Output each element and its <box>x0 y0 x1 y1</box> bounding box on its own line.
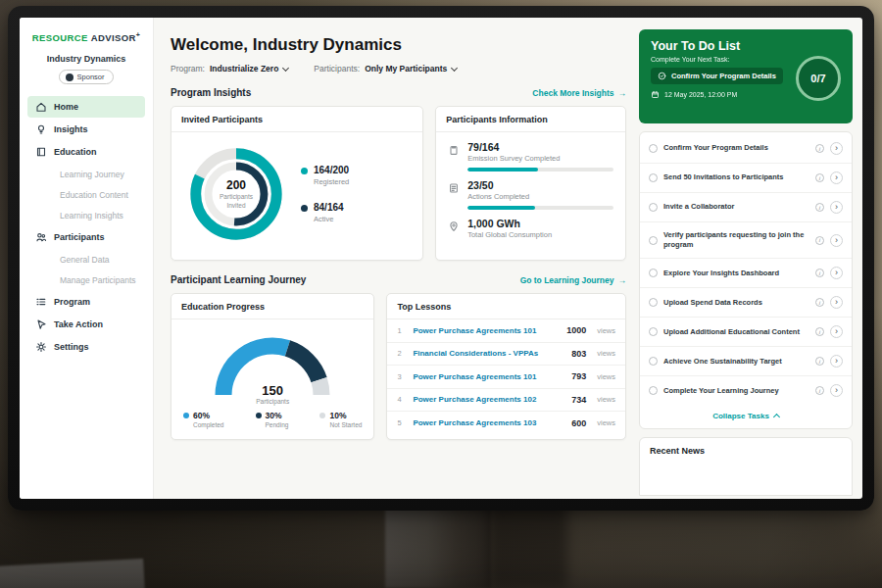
sidebar-item-home[interactable]: Home <box>27 96 145 118</box>
task-checkbox[interactable] <box>649 144 658 153</box>
bulb-icon <box>35 123 47 135</box>
sidebar: RESOURCE ADVISOR+ Industry Dynamics Spon… <box>20 18 154 499</box>
task-checkbox[interactable] <box>649 357 658 366</box>
open-task-button[interactable]: › <box>830 172 843 184</box>
info-icon[interactable]: i <box>815 269 824 277</box>
lesson-link[interactable]: Power Purchase Agreements 101 <box>413 326 559 335</box>
legend-registered: 164/200 Registered <box>301 165 349 186</box>
chevron-down-icon <box>451 64 458 71</box>
task-checkbox[interactable] <box>649 236 658 245</box>
next-task-pill[interactable]: Confirm Your Program Details <box>651 68 783 84</box>
info-icon[interactable]: i <box>815 203 824 212</box>
open-task-button[interactable]: › <box>830 384 843 397</box>
section-title: Participant Learning Journey <box>171 274 306 285</box>
filters-row: Program: Industrialize Zero Participants… <box>171 64 626 74</box>
task-checkbox[interactable] <box>649 386 658 395</box>
sidebar-item-participants[interactable]: Participants <box>27 226 145 248</box>
sidebar-item-general-data[interactable]: General Data <box>27 249 145 270</box>
insights-cards-row: Invited Participants 200 Participants In… <box>171 106 626 261</box>
info-icon[interactable]: i <box>815 236 824 245</box>
sidebar-item-manage-participants[interactable]: Manage Participants <box>27 270 145 290</box>
info-icon[interactable]: i <box>815 357 824 366</box>
sidebar-item-learning-insights[interactable]: Learning Insights <box>27 205 145 225</box>
invited-participants-card: Invited Participants 200 Participants In… <box>171 106 423 261</box>
sidebar-item-program[interactable]: Program <box>27 291 145 313</box>
learning-journey-header: Participant Learning Journey Go to Learn… <box>171 274 626 285</box>
arrow-right-icon: → <box>618 275 627 285</box>
invited-donut-chart: 200 Participants Invited <box>183 141 289 247</box>
lesson-row: 4 Power Purchase Agreements 102 734 view… <box>387 389 625 413</box>
education-progress-card: Education Progress 150 Participants 60% … <box>171 293 374 440</box>
chevron-down-icon <box>282 64 289 71</box>
program-insights-header: Program Insights Check More Insights → <box>171 87 626 98</box>
task-checkbox[interactable] <box>649 269 658 277</box>
chevron-up-icon <box>773 414 780 420</box>
lesson-row: 5 Power Purchase Agreements 103 600 view… <box>387 412 625 435</box>
task-row: Upload Additional Educational Content i … <box>640 318 852 347</box>
lesson-link[interactable]: Power Purchase Agreements 102 <box>413 395 564 404</box>
sidebar-item-learning-journey[interactable]: Learning Journey <box>27 164 145 184</box>
cursor-icon <box>35 318 47 330</box>
check-circle-icon <box>658 72 666 80</box>
calendar-icon <box>651 90 660 99</box>
legend-dot <box>301 168 308 174</box>
info-icon[interactable]: i <box>815 173 824 182</box>
check-more-insights-link[interactable]: Check More Insights → <box>532 88 626 98</box>
checklist-icon <box>448 179 460 210</box>
info-icon[interactable]: i <box>815 144 824 153</box>
progress-fill <box>467 168 537 172</box>
legend-dot <box>301 205 308 212</box>
progress-badge: 0/7 <box>796 56 841 101</box>
sidebar-item-take-action[interactable]: Take Action <box>27 314 145 335</box>
info-icon[interactable]: i <box>815 327 824 336</box>
collapse-tasks-button[interactable]: Collapse Tasks <box>640 405 852 428</box>
dashboard-screen: RESOURCE ADVISOR+ Industry Dynamics Spon… <box>20 18 862 499</box>
task-checkbox[interactable] <box>649 203 658 212</box>
global-consumption-stat: 1,000 GWh Total Global Consumption <box>448 218 613 239</box>
clipboard-icon <box>448 141 460 172</box>
recent-news-card: Recent News <box>639 437 853 496</box>
legend-dot <box>319 413 325 418</box>
lesson-link[interactable]: Financial Considerations - VPPAs <box>413 349 564 358</box>
program-filter[interactable]: Program: Industrialize Zero <box>171 64 288 74</box>
arrow-right-icon: → <box>618 88 627 98</box>
task-row: Explore Your Insights Dashboard i › <box>640 259 852 288</box>
card-title: Participants Information <box>436 107 625 132</box>
task-checkbox[interactable] <box>649 327 658 336</box>
open-task-button[interactable]: › <box>830 355 843 368</box>
open-task-button[interactable]: › <box>830 201 843 214</box>
book-icon <box>35 146 47 158</box>
sidebar-item-insights[interactable]: Insights <box>27 119 145 140</box>
progress-track <box>467 168 613 172</box>
task-row: Complete Your Learning Journey i › <box>640 376 852 405</box>
task-row: Invite a Collaborator i › <box>640 193 852 222</box>
info-icon[interactable]: i <box>815 298 824 307</box>
open-task-button[interactable]: › <box>830 142 843 155</box>
lesson-link[interactable]: Power Purchase Agreements 103 <box>413 418 564 427</box>
sidebar-item-education-content[interactable]: Education Content <box>27 184 145 205</box>
pin-icon <box>448 218 460 239</box>
open-task-button[interactable]: › <box>830 234 843 247</box>
sidebar-item-education[interactable]: Education <box>27 141 145 163</box>
legend-dot <box>256 413 262 418</box>
task-row: Send 50 Invitations to Participants i › <box>640 164 852 193</box>
participants-filter[interactable]: Participants: Only My Participants <box>314 64 457 74</box>
open-task-button[interactable]: › <box>830 325 843 338</box>
education-gauge-chart: 150 Participants <box>204 324 341 405</box>
task-checkbox[interactable] <box>649 173 658 182</box>
invited-count: 200 <box>226 178 246 192</box>
task-checkbox[interactable] <box>649 298 658 307</box>
info-icon[interactable]: i <box>815 386 824 395</box>
lesson-link[interactable]: Power Purchase Agreements 101 <box>413 372 564 381</box>
journey-cards-row: Education Progress 150 Participants 60% … <box>171 293 626 440</box>
todo-title: Your To Do List <box>651 39 841 53</box>
lesson-row: 3 Power Purchase Agreements 101 793 view… <box>387 366 625 389</box>
list-icon <box>35 296 47 308</box>
task-row: Verify participants requesting to join t… <box>640 222 852 259</box>
open-task-button[interactable]: › <box>830 296 843 309</box>
go-to-learning-journey-link[interactable]: Go to Learning Journey → <box>520 275 626 285</box>
legend-pending: 30% Pending <box>256 411 289 428</box>
sidebar-item-settings[interactable]: Settings <box>27 336 145 358</box>
open-task-button[interactable]: › <box>830 267 843 279</box>
legend-not-started: 10% Not Started <box>319 411 362 428</box>
